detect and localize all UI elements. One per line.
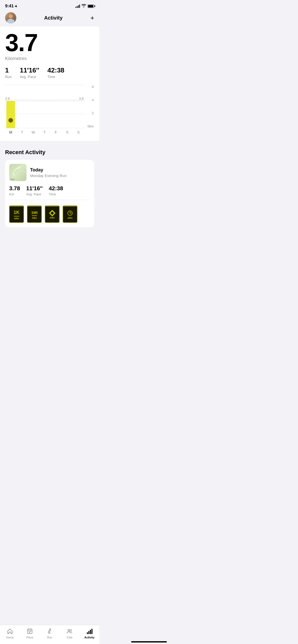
activity-pace-value: 11'16'' — [26, 185, 43, 192]
day-label-s1: S — [61, 130, 73, 134]
weekly-chart: 6 4 2 0km 3.8 3.8 — [5, 85, 94, 136]
chart-area: 3.8 3.8 — [5, 85, 84, 128]
signal-icon — [75, 4, 80, 8]
y-label-4: 4 — [92, 98, 94, 102]
activity-time-stat: 42:38 Time — [49, 185, 63, 196]
avg-pace-stat: 11'16'' Avg. Pace — [20, 66, 39, 79]
badge-1mi-divider — [32, 215, 37, 216]
badge-1k: 1K Nike — [9, 206, 24, 223]
badge-1mi-nike: Nike — [32, 217, 37, 219]
x-axis: M T W T F S S — [5, 129, 84, 136]
activity-pace-stat: 11'16'' Avg. Pace — [26, 185, 43, 196]
location-arrow-icon: ➤ — [14, 4, 18, 8]
badge-1k-divider — [14, 216, 19, 216]
badge-diamond-shape — [49, 210, 55, 216]
route-svg — [9, 164, 24, 179]
badge-1mi-text: 1MI — [31, 210, 37, 215]
status-icons — [75, 4, 94, 8]
bar-saturday — [61, 85, 73, 128]
bottom-spacer — [0, 232, 99, 258]
recent-activity-section: Recent Activity Maps Today Monday Evenin… — [0, 144, 99, 227]
y-label-0km: 0km — [87, 124, 94, 128]
day-label-t1: T — [16, 130, 28, 134]
distance-value: 3.7 — [5, 31, 94, 55]
day-label-s2: S — [73, 130, 84, 134]
badge-1mi: 1MI Nike — [27, 206, 42, 223]
badge-cap-1k — [9, 206, 24, 209]
badge-cap-1mi — [27, 206, 42, 209]
avg-pace-label: Avg. Pace — [20, 75, 39, 79]
day-label-t2: T — [39, 130, 50, 134]
run-count-label: Run — [5, 75, 12, 79]
badge-1k-text: 1K — [13, 210, 19, 215]
time-display: 9:41 — [5, 4, 14, 9]
bar-sunday — [73, 85, 84, 128]
badge-1k-nike: Nike — [14, 217, 19, 220]
bar-wednesday — [28, 85, 39, 128]
day-label-m: M — [5, 130, 16, 134]
badge-diamond-nike: Nike — [50, 216, 55, 219]
bar-thursday — [39, 85, 50, 128]
y-label-2: 2 — [92, 111, 94, 115]
day-label-w: W — [28, 130, 39, 134]
bar-monday-dot — [8, 118, 13, 123]
activity-info: Today Monday Evening Run — [30, 167, 66, 178]
badges-row: 1K Nike 1MI Nike Nike — [9, 203, 90, 223]
distance-unit: Kilometres — [5, 56, 94, 61]
bar-friday — [50, 85, 61, 128]
bars-container — [5, 85, 84, 128]
activity-distance-label: Km — [9, 192, 20, 196]
stats-row: 1 Run 11'16'' Avg. Pace 42:38 Time — [5, 66, 94, 79]
day-label-f: F — [50, 130, 61, 134]
battery-icon — [88, 5, 94, 8]
activity-header: Maps Today Monday Evening Run — [9, 164, 90, 181]
maps-logo: Maps — [10, 178, 15, 180]
badge-clock: Nike — [63, 206, 77, 223]
bar-tuesday — [16, 85, 28, 128]
run-count-stat: 1 Run — [5, 66, 12, 79]
run-count-value: 1 — [5, 66, 12, 74]
header: Activity + — [0, 10, 99, 26]
status-time: 9:41 ➤ — [5, 4, 18, 9]
activity-distance-value: 3.78 — [9, 185, 20, 192]
wifi-icon — [82, 4, 86, 8]
badge-cap-diamond — [45, 206, 60, 209]
avatar[interactable] — [5, 12, 16, 23]
badge-clock-nike: Nike — [67, 217, 72, 219]
badge-cap-clock — [63, 206, 77, 209]
add-button[interactable]: + — [90, 14, 94, 21]
bar-monday-fill — [6, 101, 15, 128]
badge-clock-face — [67, 211, 73, 216]
status-bar: 9:41 ➤ — [0, 0, 99, 10]
main-content: 3.7 Kilometres 1 Run 11'16'' Avg. Pace 4… — [0, 26, 99, 141]
bar-monday — [5, 85, 16, 128]
section-divider — [0, 141, 99, 144]
activity-name: Monday Evening Run — [30, 173, 66, 178]
activity-date: Today — [30, 167, 66, 173]
page-title: Activity — [44, 15, 62, 21]
activity-stats: 3.78 Km 11'16'' Avg. Pace 42:38 Time — [9, 185, 90, 200]
y-axis: 6 4 2 0km — [85, 85, 94, 128]
route-map-thumbnail: Maps — [9, 164, 26, 181]
y-label-6: 6 — [92, 85, 94, 89]
badge-clock-hand2 — [70, 213, 72, 213]
avg-pace-value: 11'16'' — [20, 66, 39, 74]
activity-pace-label: Avg. Pace — [26, 192, 43, 196]
activity-distance-stat: 3.78 Km — [9, 185, 20, 196]
activity-time-value: 42:38 — [49, 185, 63, 192]
time-label: Time — [47, 75, 64, 79]
badge-diamond: Nike — [45, 206, 60, 223]
activity-time-label: Time — [49, 192, 63, 196]
activity-card[interactable]: Maps Today Monday Evening Run 3.78 Km 11… — [5, 160, 94, 227]
time-value: 42:38 — [47, 66, 64, 74]
time-stat: 42:38 Time — [47, 66, 64, 79]
badge-diamond-inner — [50, 211, 54, 215]
recent-activity-title: Recent Activity — [5, 149, 94, 156]
